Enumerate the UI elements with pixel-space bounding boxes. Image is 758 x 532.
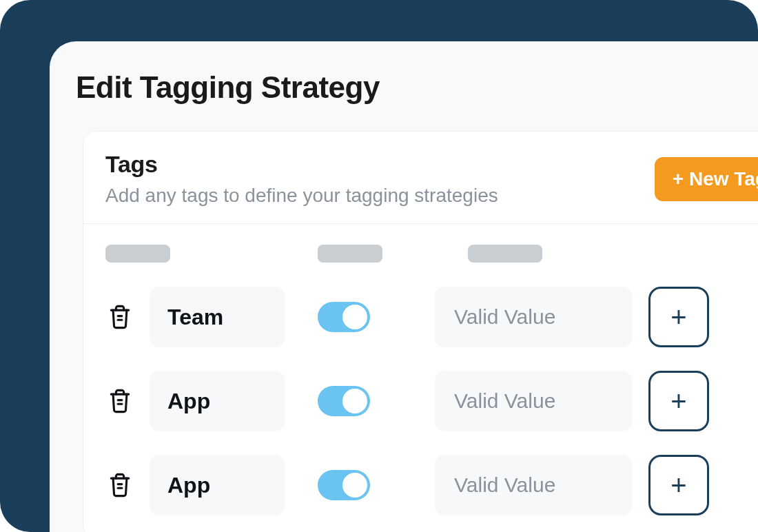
valid-value-input[interactable]: Valid Value (435, 455, 632, 515)
outer-frame: Edit Tagging Strategy Tags Add any tags … (0, 0, 758, 532)
toggle-wrap (318, 470, 373, 500)
section-subtitle: Add any tags to define your tagging stra… (105, 185, 498, 207)
card-header-left: Tags Add any tags to define your tagging… (105, 151, 498, 207)
toggle-knob (342, 473, 367, 498)
trash-icon (108, 472, 132, 498)
new-tag-button[interactable]: + New Tag (655, 157, 758, 201)
toggle-wrap (318, 302, 373, 332)
enabled-toggle[interactable] (318, 470, 370, 500)
toggle-knob (342, 305, 367, 329)
enabled-toggle[interactable] (318, 302, 370, 332)
tag-row: Team Valid Value + (105, 286, 758, 348)
delete-tag-button[interactable] (105, 304, 134, 330)
toggle-wrap (318, 386, 373, 416)
card-header: Tags Add any tags to define your tagging… (83, 132, 758, 224)
add-value-button[interactable]: + (648, 371, 709, 431)
trash-icon (108, 388, 132, 414)
valid-value-input[interactable]: Valid Value (435, 287, 632, 347)
section-title: Tags (105, 151, 498, 178)
header-skeleton (318, 245, 382, 263)
tag-row: App Valid Value + (105, 370, 758, 432)
tag-name-input[interactable]: App (150, 371, 285, 431)
header-skeleton (105, 245, 170, 263)
add-value-button[interactable]: + (648, 455, 709, 515)
table-area: Team Valid Value + (83, 224, 758, 516)
tag-name-input[interactable]: Team (150, 287, 285, 347)
valid-value-input[interactable]: Valid Value (435, 371, 632, 431)
inner-panel: Edit Tagging Strategy Tags Add any tags … (50, 41, 758, 532)
tag-name-input[interactable]: App (150, 455, 285, 515)
enabled-toggle[interactable] (318, 386, 370, 416)
trash-icon (108, 304, 132, 330)
table-header-row (105, 245, 758, 263)
tags-card: Tags Add any tags to define your tagging… (83, 131, 758, 532)
header-skeleton (468, 245, 542, 263)
page-title: Edit Tagging Strategy (50, 41, 758, 105)
add-value-button[interactable]: + (648, 287, 709, 347)
tag-row: App Valid Value + (105, 454, 758, 516)
toggle-knob (342, 389, 367, 413)
delete-tag-button[interactable] (105, 388, 134, 414)
delete-tag-button[interactable] (105, 472, 134, 498)
